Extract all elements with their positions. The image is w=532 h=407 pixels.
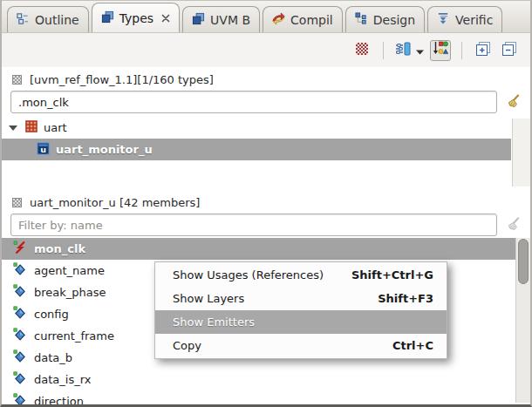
member-icon bbox=[13, 328, 27, 344]
tab-label: Design bbox=[373, 13, 415, 27]
tab-icon bbox=[272, 12, 285, 28]
menu-item-label: Show Layers bbox=[173, 292, 244, 305]
tree-scroll-column bbox=[512, 119, 530, 187]
tab-icon bbox=[17, 12, 30, 28]
toolbar-button-icon bbox=[356, 42, 368, 58]
members-scrollbar[interactable] bbox=[515, 238, 530, 403]
tab-icon bbox=[192, 12, 205, 28]
member-label: current_frame bbox=[34, 329, 114, 343]
tab-outline[interactable]: Outline bbox=[7, 6, 89, 32]
toolbar-button-icon bbox=[475, 41, 491, 60]
menu-item-show-usages-references[interactable]: Show Usages (References) Shift+Ctrl+G bbox=[155, 263, 447, 287]
context-menu: Show Usages (References) Shift+Ctrl+G Sh… bbox=[154, 261, 447, 359]
toolbar-button-expand-all[interactable] bbox=[473, 40, 494, 61]
tree-node-icon: u bbox=[37, 142, 50, 158]
close-icon[interactable] bbox=[161, 14, 170, 23]
view-toolbar bbox=[2, 33, 530, 67]
member-label: config bbox=[34, 308, 69, 321]
tab-types[interactable]: Types bbox=[92, 3, 180, 32]
tab-verific[interactable]: Verific bbox=[427, 6, 502, 32]
menu-item-shortcut: Shift+Ctrl+G bbox=[351, 268, 433, 282]
tree-row-uart[interactable]: uart bbox=[2, 117, 511, 139]
member-icon bbox=[13, 262, 27, 279]
tree-node-icon bbox=[25, 120, 38, 135]
type-search-row bbox=[2, 89, 530, 115]
member-filter-input[interactable] bbox=[10, 214, 497, 236]
member-row-direction[interactable]: direction bbox=[2, 390, 515, 407]
checker-bullet-icon bbox=[12, 198, 22, 207]
member-filter-row bbox=[2, 212, 530, 238]
members-header-label: uart_monitor_u [42 members] bbox=[30, 196, 200, 209]
toolbar-separator bbox=[461, 42, 462, 59]
menu-item-show-emitters[interactable]: Show Emitters bbox=[155, 310, 447, 334]
tree-node-label: uart_monitor_u bbox=[56, 143, 153, 156]
tree-row-uart-monitor-u[interactable]: u uart_monitor_u bbox=[2, 139, 511, 160]
member-icon bbox=[13, 393, 27, 407]
member-icon bbox=[13, 306, 27, 322]
tab-icon bbox=[437, 12, 450, 28]
tab-label: Types bbox=[119, 11, 153, 25]
member-label: break_phase bbox=[34, 286, 106, 299]
view-tab-bar: Outline Types UVM B Compil Design bbox=[2, 1, 530, 33]
toolbar-button-icon bbox=[501, 41, 517, 60]
toolbar-button-collapse-all[interactable] bbox=[499, 40, 520, 61]
menu-item-label: Show Usages (References) bbox=[173, 268, 324, 282]
tab-compil[interactable]: Compil bbox=[263, 6, 343, 32]
tab-uvm-b[interactable]: UVM B bbox=[182, 6, 260, 32]
menu-item-label: Copy bbox=[173, 339, 201, 352]
types-header-label: [uvm_ref_flow_1.1][1/160 types] bbox=[30, 73, 214, 86]
toolbar-button-icon bbox=[433, 41, 448, 59]
toolbar-button-overlay-filter[interactable] bbox=[351, 40, 372, 61]
dropdown-arrow-icon bbox=[416, 42, 424, 58]
toolbar-button-group-by-type[interactable] bbox=[430, 40, 451, 61]
member-label: data_b bbox=[34, 351, 72, 364]
scrollbar-thumb[interactable] bbox=[518, 239, 529, 284]
member-label: agent_name bbox=[34, 264, 105, 277]
member-icon bbox=[13, 241, 27, 257]
menu-item-label: Show Emitters bbox=[173, 315, 255, 329]
tab-label: Verific bbox=[455, 13, 493, 27]
clear-search-brush-icon[interactable] bbox=[504, 94, 523, 110]
member-row-mon-clk[interactable]: mon_clk bbox=[2, 238, 515, 260]
scroll-button-scroll-to-top[interactable] bbox=[513, 119, 530, 141]
tab-icon bbox=[101, 10, 114, 26]
toolbar-button-icon bbox=[395, 42, 411, 59]
member-row-data-is-rx[interactable]: data_is_rx bbox=[2, 369, 515, 390]
tab-label: Compil bbox=[290, 13, 333, 27]
svg-text:u: u bbox=[40, 145, 46, 154]
expand-twisty-icon[interactable] bbox=[9, 125, 17, 131]
members-section-header: uart_monitor_u [42 members] bbox=[2, 190, 530, 212]
clear-filter-brush-icon bbox=[504, 217, 523, 233]
member-icon bbox=[13, 371, 27, 388]
toolbar-separator bbox=[383, 42, 384, 59]
menu-item-shortcut: Shift+F3 bbox=[378, 292, 433, 305]
member-label: data_is_rx bbox=[34, 373, 91, 386]
menu-item-copy[interactable]: Copy Ctrl+C bbox=[155, 334, 447, 357]
types-section-header: [uvm_ref_flow_1.1][1/160 types] bbox=[2, 67, 530, 89]
member-icon bbox=[13, 349, 27, 366]
menu-item-shortcut: Ctrl+C bbox=[392, 339, 433, 352]
toolbar-button-filter-settings[interactable] bbox=[394, 40, 425, 61]
types-tree: uart u uart_monitor_u bbox=[2, 117, 530, 190]
tab-label: Outline bbox=[35, 13, 79, 27]
member-icon bbox=[13, 284, 27, 301]
tab-label: UVM B bbox=[210, 13, 250, 27]
tree-node-label: uart bbox=[44, 121, 67, 134]
scroll-button-scroll-up-line[interactable] bbox=[513, 164, 530, 187]
scroll-button-scroll-up-page[interactable] bbox=[513, 141, 530, 164]
tab-design[interactable]: Design bbox=[345, 6, 425, 32]
menu-item-show-layers[interactable]: Show Layers Shift+F3 bbox=[155, 287, 447, 310]
member-label: direction bbox=[34, 395, 84, 407]
checker-bullet-icon bbox=[12, 75, 22, 85]
types-view-window: Outline Types UVM B Compil Design bbox=[0, 0, 532, 407]
type-search-input[interactable] bbox=[10, 91, 497, 113]
tab-icon bbox=[355, 12, 368, 28]
member-label: mon_clk bbox=[34, 242, 85, 255]
